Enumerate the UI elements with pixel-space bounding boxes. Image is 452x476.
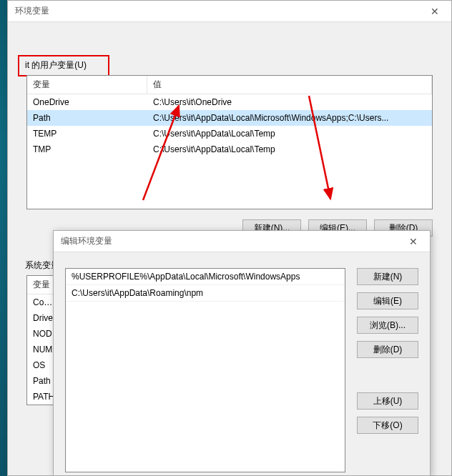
delete-button[interactable]: 删除(D) xyxy=(357,341,418,358)
move-up-button[interactable]: 上移(U) xyxy=(357,392,418,410)
dialog-title: 环境变量 xyxy=(15,5,49,17)
edit-buttons-column: 新建(N) 编辑(E) 浏览(B)... 删除(D) 上移(U) 下移(O) xyxy=(357,268,418,475)
list-item[interactable]: %USERPROFILE%\AppData\Local\Microsoft\Wi… xyxy=(66,269,345,285)
path-entries-listbox[interactable]: %USERPROFILE%\AppData\Local\Microsoft\Wi… xyxy=(65,268,345,472)
edit-button[interactable]: 编辑(E) xyxy=(357,292,418,309)
titlebar[interactable]: 环境变量 ✕ xyxy=(8,1,451,22)
cell-val: C:\Users\it\AppData\Local\Microsoft\Wind… xyxy=(147,111,432,124)
col-header-value[interactable]: 值 xyxy=(147,76,432,94)
list-item[interactable]: C:\Users\it\AppData\Roaming\npm xyxy=(66,285,345,302)
table-row[interactable]: TEMPC:\Users\it\AppData\Local\Temp xyxy=(27,126,432,142)
cell-val: C:\Users\it\OneDrive xyxy=(147,96,432,109)
user-vars-section: 变量 值 OneDriveC:\Users\it\OneDrivePathC:\… xyxy=(26,75,433,237)
spacer xyxy=(357,365,418,385)
cell-val: C:\Users\it\AppData\Local\Temp xyxy=(147,127,432,140)
cell-var: TMP xyxy=(27,143,147,156)
close-icon[interactable]: ✕ xyxy=(403,236,424,247)
table-row[interactable]: TMPC:\Users\it\AppData\Local\Temp xyxy=(27,142,432,157)
titlebar[interactable]: 编辑环境变量 ✕ xyxy=(54,231,430,252)
user-vars-listview[interactable]: 变量 值 OneDriveC:\Users\it\OneDrivePathC:\… xyxy=(26,75,433,209)
new-button[interactable]: 新建(N) xyxy=(357,268,418,285)
dialog-title: 编辑环境变量 xyxy=(61,235,112,247)
close-icon[interactable]: ✕ xyxy=(424,6,446,17)
cell-var: Path xyxy=(27,111,147,124)
cell-var: OneDrive xyxy=(27,96,147,109)
user-vars-group-label: it 的用户变量(U) xyxy=(22,59,89,71)
cell-var: TEMP xyxy=(27,127,147,140)
dialog-body: %USERPROFILE%\AppData\Local\Microsoft\Wi… xyxy=(54,252,430,475)
cell-val: C:\Users\it\AppData\Local\Temp xyxy=(147,143,432,156)
edit-env-var-dialog: 编辑环境变量 ✕ %USERPROFILE%\AppData\Local\Mic… xyxy=(53,230,431,476)
col-header-variable[interactable]: 变量 xyxy=(27,76,147,94)
table-row[interactable]: PathC:\Users\it\AppData\Local\Microsoft\… xyxy=(27,110,432,126)
table-row[interactable]: OneDriveC:\Users\it\OneDrive xyxy=(27,94,432,110)
browse-button[interactable]: 浏览(B)... xyxy=(357,317,418,334)
move-down-button[interactable]: 下移(O) xyxy=(357,417,418,434)
listview-header: 变量 值 xyxy=(27,76,432,94)
